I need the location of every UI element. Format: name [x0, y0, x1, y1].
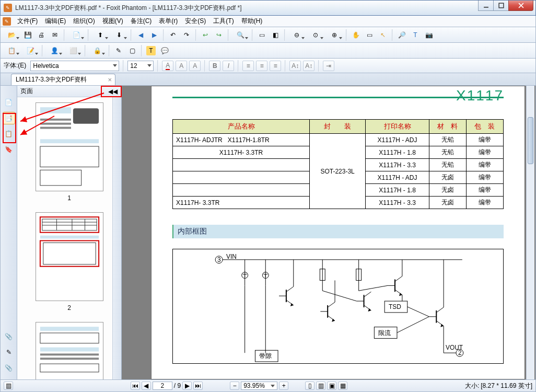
- facing-continuous-view[interactable]: ▦: [338, 382, 347, 390]
- svg-rect-6: [40, 119, 71, 121]
- email-button[interactable]: ✉: [49, 29, 61, 41]
- edit-text-button[interactable]: ✎: [112, 44, 125, 57]
- spacing-inc-button[interactable]: A↕: [289, 61, 301, 71]
- nav-bookmarks-button[interactable]: 📄: [3, 96, 15, 109]
- outline-a-button[interactable]: A: [176, 61, 187, 71]
- plain-a-button[interactable]: A: [189, 61, 201, 71]
- separator: [163, 29, 164, 41]
- typewriter-button[interactable]: T: [145, 44, 157, 57]
- document-tab[interactable]: LM1117-3.3中文PDF资料 ×: [11, 74, 115, 85]
- select-tool-button[interactable]: ▭: [363, 29, 376, 41]
- menu-security[interactable]: 安全(S): [182, 16, 209, 27]
- color-a-button[interactable]: A: [162, 61, 173, 71]
- size-combo[interactable]: 12: [127, 61, 154, 71]
- menu-help[interactable]: 帮助(H): [238, 16, 266, 27]
- rotate-left-button[interactable]: ↶: [167, 29, 179, 41]
- separator: [228, 29, 229, 41]
- align-right-button[interactable]: ≡: [270, 61, 281, 71]
- prev-page-button[interactable]: ◀: [142, 382, 151, 390]
- scan-button[interactable]: 📄: [67, 29, 85, 41]
- maximize-button[interactable]: [493, 1, 509, 11]
- nav-pages-button[interactable]: 📑: [3, 112, 15, 124]
- continuous-view[interactable]: ▥: [316, 382, 325, 390]
- zoom-in-button[interactable]: 🔍: [231, 29, 249, 41]
- prev-view-button[interactable]: ◀: [134, 29, 147, 41]
- undo-button[interactable]: ↩: [199, 29, 212, 41]
- collapse-panel-icon[interactable]: ◀◀: [108, 88, 118, 95]
- status-panel-toggle[interactable]: ▥: [4, 382, 13, 390]
- align-center-button[interactable]: ≡: [256, 61, 267, 71]
- close-button[interactable]: [508, 1, 533, 11]
- zoom-out-btn[interactable]: ⊖: [288, 29, 306, 41]
- nav-comments-button[interactable]: 🔖: [3, 143, 15, 156]
- bold-button[interactable]: B: [209, 61, 220, 71]
- nav-layers-button[interactable]: 📋: [3, 128, 15, 140]
- zoom-in-status[interactable]: +: [279, 382, 288, 390]
- scrollbar-thumb[interactable]: [528, 117, 533, 164]
- svg-rect-27: [40, 364, 98, 372]
- vertical-scrollbar[interactable]: [526, 86, 534, 379]
- print-button[interactable]: 🖨: [35, 29, 48, 41]
- snapshot-button[interactable]: 📷: [423, 29, 435, 41]
- highlight-button[interactable]: 👤: [45, 44, 63, 57]
- search-button[interactable]: 🔎: [395, 29, 408, 41]
- font-combo[interactable]: Helvetica: [30, 61, 119, 71]
- text-select-button[interactable]: T: [409, 29, 422, 41]
- last-page-button[interactable]: ⏭: [193, 382, 203, 390]
- spacing-dec-button[interactable]: A↕: [303, 61, 314, 71]
- fit-width-button[interactable]: ◧: [269, 29, 282, 41]
- zoom-combo[interactable]: 93.95%: [241, 382, 277, 390]
- menu-view[interactable]: 视图(V): [99, 16, 126, 27]
- align-left-button[interactable]: ≡: [242, 61, 254, 71]
- italic-button[interactable]: I: [223, 61, 234, 71]
- menu-edit[interactable]: 编辑(E): [42, 16, 69, 27]
- nav-attach-button[interactable]: 📎: [3, 330, 15, 343]
- nav-clip-button[interactable]: 📎: [3, 362, 15, 374]
- zoom-in-btn[interactable]: ⊕: [325, 29, 343, 41]
- fit-page-button[interactable]: ▭: [255, 29, 268, 41]
- thumbnails-list[interactable]: 1 2 3: [17, 97, 121, 379]
- first-page-button[interactable]: ⏮: [131, 382, 140, 390]
- save-button[interactable]: 💾: [21, 29, 34, 41]
- edit-object-button[interactable]: ▢: [126, 44, 138, 57]
- next-view-button[interactable]: ▶: [148, 29, 160, 41]
- zoom-out-status[interactable]: −: [230, 382, 239, 390]
- note-button[interactable]: 📋: [3, 44, 20, 57]
- stamp-button[interactable]: ⬜: [64, 44, 82, 57]
- lock-button[interactable]: 🔒: [88, 44, 106, 57]
- sticky-button[interactable]: 📝: [21, 44, 39, 57]
- menu-file[interactable]: 文件(F): [14, 16, 41, 27]
- minimize-button[interactable]: [478, 1, 494, 11]
- svg-text:带隙: 带隙: [259, 352, 272, 360]
- tab-close-icon[interactable]: ×: [108, 76, 112, 84]
- title-bar: ✎ LM1117-3.3中文PDF资料.pdf * - Foxit Phanto…: [0, 0, 536, 16]
- document-viewport[interactable]: X1117 产品名称 封 装 打印名称 材 料 包 装 X1117H- ADJT…: [122, 86, 535, 379]
- nav-sign-button[interactable]: ✎: [3, 346, 15, 359]
- facing-view[interactable]: ▣: [327, 382, 336, 390]
- zoom-reset-btn[interactable]: ⊙: [307, 29, 324, 41]
- toolbar-main: 📂 💾 🖨 ✉ 📄 ⬆ ⬇ ◀ ▶ ↶ ↷ ↩ ↪ 🔍 ▭ ◧ ⊖ ⊙ ⊕ ✋ …: [0, 27, 536, 43]
- menu-organize[interactable]: 组织(O): [70, 16, 98, 27]
- nav-up-button[interactable]: ⬆: [91, 29, 109, 41]
- open-button[interactable]: 📂: [3, 29, 20, 41]
- thumbnail-page-1[interactable]: [36, 102, 103, 191]
- redo-button[interactable]: ↪: [213, 29, 225, 41]
- rotate-right-button[interactable]: ↷: [180, 29, 193, 41]
- menu-tools[interactable]: 工具(T): [210, 16, 237, 27]
- indent-button[interactable]: ⇥: [323, 61, 334, 71]
- cell-name: X1117H- ADJTR: [176, 136, 223, 144]
- menu-annotate[interactable]: 备注(C): [127, 16, 155, 27]
- thumbnail-page-2[interactable]: [36, 212, 103, 301]
- thumbnails-title: 页面: [20, 87, 33, 96]
- cell-name: [173, 184, 310, 197]
- thumbnail-page-3[interactable]: [36, 322, 103, 379]
- hand-tool-button[interactable]: ✋: [349, 29, 362, 41]
- pointer-tool-button[interactable]: ↖: [377, 29, 389, 41]
- next-page-button[interactable]: ▶: [182, 382, 192, 390]
- nav-down-button[interactable]: ⬇: [110, 29, 128, 41]
- single-page-view[interactable]: ▯: [305, 382, 314, 390]
- comment-button[interactable]: 💬: [158, 44, 171, 57]
- menu-form[interactable]: 表单(r): [156, 16, 181, 27]
- page-input[interactable]: 2: [153, 382, 172, 390]
- separator: [318, 60, 319, 72]
